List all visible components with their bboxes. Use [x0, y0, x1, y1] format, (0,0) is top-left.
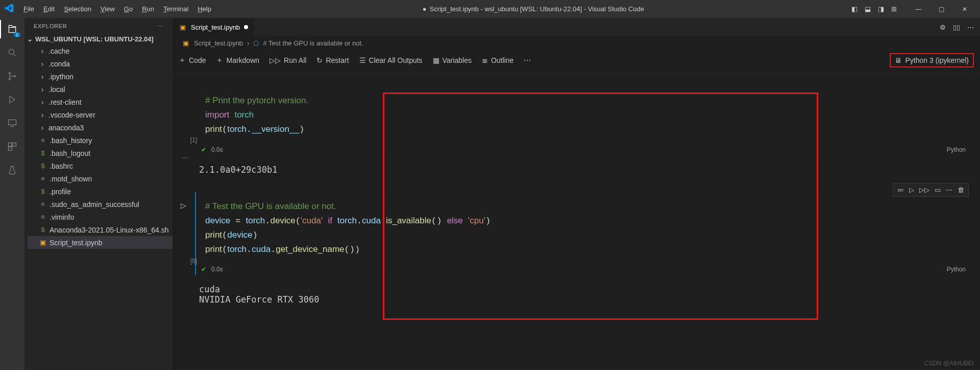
menu-selection[interactable]: Selection	[60, 3, 95, 15]
svg-point-0	[9, 49, 14, 54]
activity-bar: 1	[0, 18, 24, 370]
editor-area: ▣ Script_test.ipynb ⚙ ▯▯ ⋯ ▣ Script_test…	[173, 18, 980, 370]
maximize-button[interactable]: ▢	[930, 2, 953, 17]
vscode-logo-icon	[4, 3, 16, 15]
tree-item[interactable]: ›.local	[28, 83, 173, 96]
tree-item[interactable]: ≡.viminfo	[28, 211, 173, 223]
exec-count: [5]	[180, 258, 197, 265]
tree-item[interactable]: ›.rest-client	[28, 96, 173, 108]
delete-cell-icon[interactable]: 🗑	[958, 186, 964, 194]
code-cell[interactable]: # Print the pytorch version. import torc…	[196, 86, 971, 155]
menu-view[interactable]: View	[96, 3, 119, 15]
run-by-line-icon[interactable]: ≔	[897, 186, 904, 194]
code-cell[interactable]: # Test the GPU is available or not. devi…	[195, 192, 971, 275]
notebook-toolbar: ＋ Code ＋ Markdown ▷▷ Run All ↻ Restart ☰…	[173, 50, 980, 74]
toolbar-more-icon[interactable]: ⋯	[524, 56, 531, 64]
breadcrumb-cell: # Test the GPU is available or not.	[263, 39, 363, 47]
menu-help[interactable]: Help	[193, 3, 215, 15]
run-all-button[interactable]: ▷▷ Run All	[270, 56, 306, 64]
tree-item[interactable]: ›.vscode-server	[28, 108, 173, 121]
breadcrumb[interactable]: ▣ Script_test.ipynb › ⬡ # Test the GPU i…	[173, 36, 980, 50]
breadcrumb-file: Script_test.ipynb	[194, 39, 243, 47]
workspace-name: WSL_UBUNTU [WSL: UBUNTU-22.04]	[35, 35, 154, 43]
execute-below-icon[interactable]: ▷▷	[919, 186, 929, 194]
clear-outputs-button[interactable]: ☰ Clear All Outputs	[359, 56, 423, 64]
layout-bottom-icon[interactable]: ⬓	[865, 5, 871, 13]
menu-terminal[interactable]: Terminal	[159, 3, 192, 15]
chevron-right-icon: ›	[247, 39, 249, 47]
exec-time: 0.0s	[211, 266, 223, 273]
variables-button[interactable]: ▦ Variables	[433, 56, 472, 64]
search-activity-icon[interactable]	[5, 45, 19, 60]
menu-file[interactable]: File	[19, 3, 38, 15]
tree-item[interactable]: ›anaconda3	[28, 121, 173, 134]
tree-item[interactable]: ▣Script_test.ipynb	[28, 236, 173, 249]
layout-grid-icon[interactable]: ⊞	[891, 5, 897, 13]
code-content[interactable]: # Print the pytorch version. import torc…	[196, 86, 971, 144]
tree-item[interactable]: ≡.sudo_as_admin_successful	[28, 198, 173, 211]
split-cell-icon[interactable]: ▭	[935, 186, 941, 194]
kernel-selector[interactable]: 🖥 Python 3 (ipykernel)	[890, 53, 974, 67]
menu-go[interactable]: Go	[120, 3, 137, 15]
more-icon[interactable]: ⋯	[157, 23, 163, 30]
add-markdown-button[interactable]: ＋ Markdown	[216, 56, 259, 65]
code-content[interactable]: # Test the GPU is available or not. devi…	[196, 192, 971, 264]
menu-bar: FileEditSelectionViewGoRunTerminalHelp	[19, 3, 215, 15]
cell-lang[interactable]: Python	[947, 266, 966, 273]
python-icon: ⬡	[253, 39, 259, 47]
tree-item[interactable]: $.bashrc	[28, 159, 173, 172]
svg-point-1	[9, 73, 10, 74]
close-button[interactable]: ✕	[953, 2, 976, 17]
layout-buttons: ◧ ⬓ ◨ ⊞	[851, 5, 897, 13]
run-debug-activity-icon[interactable]	[5, 92, 19, 107]
extensions-activity-icon[interactable]	[5, 140, 19, 154]
split-editor-icon[interactable]: ▯▯	[953, 24, 960, 31]
success-icon: ✔	[201, 146, 206, 153]
tree-item[interactable]: ›.conda	[28, 57, 173, 70]
svg-rect-5	[9, 143, 12, 147]
dirty-indicator-icon	[244, 25, 248, 29]
cell-more-icon[interactable]: ⋯	[946, 186, 952, 194]
menu-run[interactable]: Run	[138, 3, 158, 15]
svg-rect-7	[9, 147, 12, 151]
notebook-icon: ▣	[182, 39, 190, 47]
more-actions-icon[interactable]: ⋯	[967, 24, 974, 31]
badge: 1	[14, 32, 20, 37]
source-control-activity-icon[interactable]	[5, 69, 19, 83]
layout-left-icon[interactable]: ◧	[851, 5, 857, 13]
tree-item[interactable]: ≡.motd_shown	[28, 172, 173, 185]
tree-item[interactable]: ≡.bash_history	[28, 134, 173, 147]
remote-activity-icon[interactable]	[5, 116, 19, 130]
tree-item[interactable]: ›.ipython	[28, 70, 173, 83]
exec-count: [1]	[180, 136, 197, 144]
outline-button[interactable]: ≣ Outline	[482, 56, 513, 64]
add-code-button[interactable]: ＋ Code	[179, 56, 206, 65]
tree-item[interactable]: $.profile	[28, 185, 173, 198]
exec-time: 0.0s	[211, 146, 223, 153]
cell-lang[interactable]: Python	[947, 146, 966, 153]
workspace-section[interactable]: ⌄ WSL_UBUNTU [WSL: UBUNTU-22.04]	[24, 34, 173, 44]
layout-right-icon[interactable]: ◨	[878, 5, 884, 13]
window-controls: — ▢ ✕	[907, 2, 976, 17]
restart-button[interactable]: ↻ Restart	[316, 56, 349, 64]
explorer-activity-icon[interactable]: 1	[5, 22, 19, 36]
kernel-label: Python 3 (ipykernel)	[905, 56, 969, 64]
cell-actions: ≔▷▷▷▭⋯🗑	[893, 183, 969, 197]
notebook-settings-icon[interactable]: ⚙	[940, 24, 946, 31]
notebook-cells: # Print the pytorch version. import torc…	[173, 74, 980, 370]
minimize-button[interactable]: —	[907, 2, 930, 17]
explorer-sidebar: EXPLORER ⋯ ⌄ WSL_UBUNTU [WSL: UBUNTU-22.…	[24, 18, 173, 370]
tree-item[interactable]: $Anaconda3-2021.05-Linux-x86_64.sh	[28, 223, 173, 236]
editor-tab[interactable]: ▣ Script_test.ipynb	[173, 18, 255, 36]
file-tree: ›.cache›.conda›.ipython›.local›.rest-cli…	[24, 44, 173, 249]
svg-point-3	[14, 75, 15, 77]
menu-edit[interactable]: Edit	[39, 3, 59, 15]
tab-label: Script_test.ipynb	[191, 24, 240, 31]
testing-activity-icon[interactable]	[5, 163, 19, 177]
tree-item[interactable]: ›.cache	[28, 44, 173, 57]
tree-item[interactable]: $.bash_logout	[28, 147, 173, 159]
play-icon[interactable]: ▷	[181, 201, 186, 210]
editor-tabs: ▣ Script_test.ipynb ⚙ ▯▯ ⋯	[173, 18, 980, 36]
execute-cell-icon[interactable]: ▷	[909, 186, 914, 194]
collapse-icon[interactable]: ⋯	[182, 154, 188, 161]
